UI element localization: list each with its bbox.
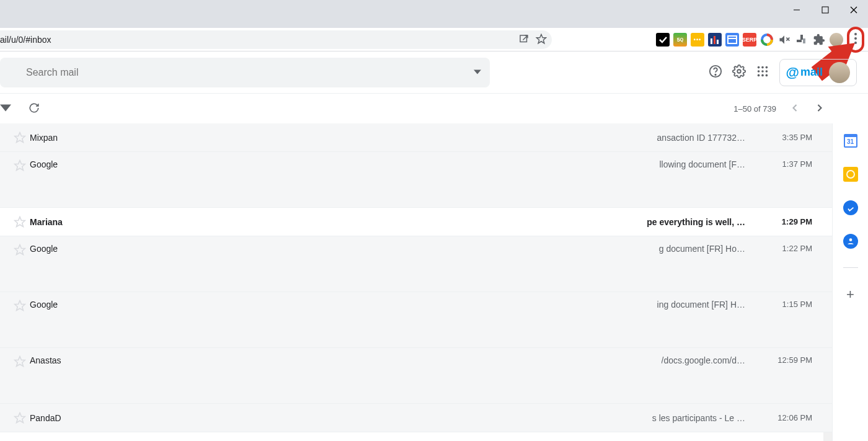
mail-sender: Mixpan [30,133,58,143]
gmail-toolbar: 1–50 of 739 [0,94,868,123]
mail-row[interactable]: Googleg document [FR] Ho…1:22 PM [0,236,832,292]
svg-marker-20 [474,69,481,74]
svg-rect-8 [717,40,719,44]
svg-point-28 [761,70,764,73]
gmail-search-box[interactable] [0,58,490,87]
extension-mute-icon[interactable] [777,33,791,47]
svg-point-31 [761,74,764,77]
chrome-profile-avatar[interactable] [830,33,843,47]
refresh-icon[interactable] [29,102,40,115]
svg-rect-7 [714,36,715,44]
older-page-icon[interactable] [813,102,826,116]
extension-serp-icon[interactable]: SERP [743,33,756,47]
svg-point-25 [761,66,764,69]
mail-time: 1:29 PM [782,217,812,226]
mail-snippet: pe everything is well, … [647,217,745,227]
mail-row[interactable]: Googleing document [FR] H…1:15 PM [0,292,832,348]
window-maximize-button[interactable] [811,0,839,20]
svg-rect-15 [797,40,802,42]
extension-jira-icon[interactable] [795,33,808,47]
svg-point-22 [715,74,715,75]
extension-yellow-icon[interactable]: ••• [691,33,704,47]
svg-marker-37 [15,245,25,255]
chrome-tab-strip [0,0,868,28]
window-minimize-button[interactable] [782,0,811,20]
mail-time: 12:06 PM [777,413,812,422]
gmail-header: @mail [0,51,868,94]
svg-point-27 [757,70,760,73]
open-external-icon[interactable] [518,33,529,47]
account-avatar[interactable] [829,62,850,83]
mail-sender: Google [30,244,58,254]
support-icon[interactable] [709,65,722,80]
svg-marker-5 [537,34,546,43]
mail-sender: Google [30,300,58,310]
bookmark-star-icon[interactable] [536,33,547,47]
mailbutler-logo: @mail [786,65,823,81]
svg-marker-40 [15,412,25,422]
svg-rect-14 [800,35,803,40]
newer-page-icon[interactable] [789,102,801,116]
mail-time: 1:37 PM [782,159,812,169]
mail-snippet: ansaction ID 177732… [657,133,745,143]
extension-bars-icon[interactable] [708,33,722,47]
settings-gear-icon[interactable] [732,65,746,80]
mail-time: 1:15 PM [782,300,812,309]
extension-seo-icon[interactable]: 5Q [673,33,687,47]
mail-sender: PandaD [30,413,61,423]
svg-marker-38 [15,301,25,311]
mail-time: 1:22 PM [782,244,812,253]
google-apps-grid-icon[interactable] [756,65,769,80]
svg-rect-4 [520,35,527,42]
window-close-button[interactable] [839,0,868,20]
calendar-addon-icon[interactable]: 31 [843,133,858,148]
mail-row[interactable]: PandaDs les participants - Le …12:06 PM [0,404,832,432]
svg-rect-6 [711,38,712,44]
svg-marker-33 [0,104,11,111]
mail-row[interactable]: Anastas/docs.google.com/d…12:59 PM [0,348,832,404]
chrome-menu-wrapper [847,29,864,50]
gmail-side-panel: 31 + [832,123,868,441]
mail-time: 3:35 PM [782,133,812,142]
extension-window-icon[interactable] [725,33,739,47]
mail-row[interactable]: Marianape everything is well, …1:29 PM [0,208,832,236]
svg-marker-35 [15,161,25,171]
mailbutler-chip[interactable]: @mail [779,59,857,86]
mail-sender: Mariana [30,217,63,227]
gmail-search-input[interactable] [9,67,474,78]
svg-point-30 [757,74,760,77]
mail-row[interactable]: Googlellowing document [F…1:37 PM [0,152,832,208]
chrome-omnibox[interactable] [0,30,552,49]
svg-point-29 [765,70,768,73]
chrome-url-input[interactable] [0,35,518,45]
gmail-body: Mixpanansaction ID 177732…3:35 PMGooglel… [0,123,868,441]
svg-rect-1 [822,7,828,13]
extension-todoist-icon[interactable] [656,33,670,47]
svg-rect-16 [803,38,805,43]
svg-marker-36 [15,216,25,226]
chrome-extensions-puzzle-icon[interactable] [812,33,826,47]
get-addons-plus-icon[interactable]: + [846,287,854,303]
mail-snippet: llowing document [F… [659,159,745,169]
contacts-addon-icon[interactable] [843,234,858,249]
keep-addon-icon[interactable] [843,167,858,182]
mail-snippet: ing document [FR] H… [657,300,745,310]
mail-snippet: /docs.google.com/d… [662,355,745,365]
svg-point-41 [849,238,852,241]
svg-point-32 [765,74,768,77]
chrome-toolbar: 5Q ••• SERP [0,28,868,51]
gmail-mail-list: Mixpanansaction ID 177732…3:35 PMGooglel… [0,123,832,441]
select-dropdown-icon[interactable] [0,102,11,115]
svg-point-26 [765,66,768,69]
tasks-addon-icon[interactable] [843,200,858,215]
calendar-day-label: 31 [844,134,857,148]
search-options-dropdown-icon[interactable] [474,68,481,78]
pagination-count: 1–50 of 739 [733,104,776,114]
mail-time: 12:59 PM [777,355,812,365]
svg-marker-34 [15,132,25,142]
extension-colorwheel-icon[interactable] [760,33,774,47]
mail-snippet: g document [FR] Ho… [659,244,745,254]
mail-sender: Google [30,159,58,169]
mail-row[interactable]: Mixpanansaction ID 177732…3:35 PM [0,123,832,152]
annotation-highlight-oval [847,27,864,53]
